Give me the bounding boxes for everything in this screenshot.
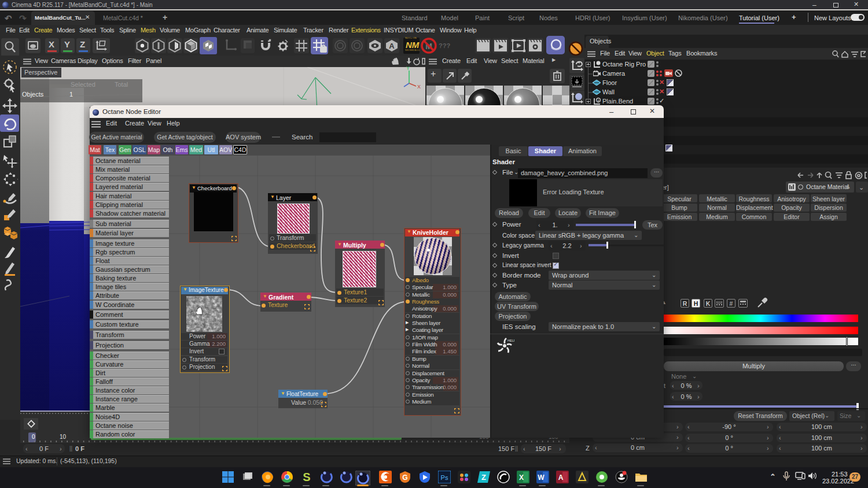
svg-text:HELP: HELP [507, 339, 514, 342]
